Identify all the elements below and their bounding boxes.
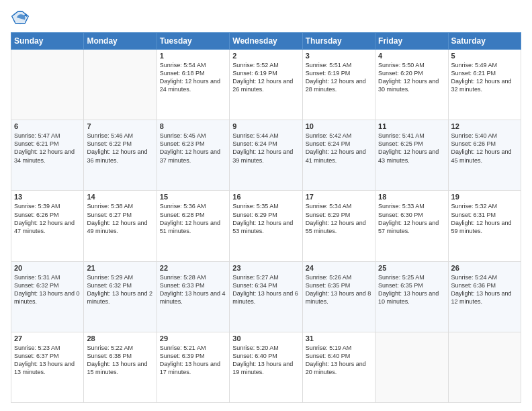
table-row: 2Sunrise: 5:52 AM Sunset: 6:19 PM Daylig… xyxy=(230,50,302,120)
day-number: 25 xyxy=(378,264,445,272)
day-info: Sunrise: 5:49 AM Sunset: 6:21 PM Dayligh… xyxy=(451,61,518,94)
table-row: 20Sunrise: 5:31 AM Sunset: 6:32 PM Dayli… xyxy=(11,261,84,332)
day-number: 19 xyxy=(451,193,518,201)
day-number: 10 xyxy=(306,122,372,130)
calendar-table: Sunday Monday Tuesday Wednesday Thursday… xyxy=(11,32,521,403)
table-row: 14Sunrise: 5:38 AM Sunset: 6:27 PM Dayli… xyxy=(84,191,157,261)
day-number: 5 xyxy=(451,52,518,60)
table-row: 5Sunrise: 5:49 AM Sunset: 6:21 PM Daylig… xyxy=(448,50,521,120)
day-number: 12 xyxy=(451,122,518,130)
table-row: 30Sunrise: 5:20 AM Sunset: 6:40 PM Dayli… xyxy=(230,332,302,402)
day-info: Sunrise: 5:47 AM Sunset: 6:21 PM Dayligh… xyxy=(14,132,81,165)
day-number: 20 xyxy=(14,264,81,272)
day-info: Sunrise: 5:33 AM Sunset: 6:30 PM Dayligh… xyxy=(378,202,445,235)
day-info: Sunrise: 5:21 AM Sunset: 6:39 PM Dayligh… xyxy=(160,344,226,377)
day-number: 13 xyxy=(14,193,81,201)
day-info: Sunrise: 5:50 AM Sunset: 6:20 PM Dayligh… xyxy=(378,61,445,94)
col-saturday: Saturday xyxy=(448,33,521,50)
day-info: Sunrise: 5:54 AM Sunset: 6:18 PM Dayligh… xyxy=(160,61,226,94)
calendar-week-row: 1Sunrise: 5:54 AM Sunset: 6:18 PM Daylig… xyxy=(11,50,521,120)
table-row: 3Sunrise: 5:51 AM Sunset: 6:19 PM Daylig… xyxy=(302,50,375,120)
day-info: Sunrise: 5:40 AM Sunset: 6:26 PM Dayligh… xyxy=(451,132,518,165)
header xyxy=(11,8,521,27)
day-number: 4 xyxy=(378,52,445,60)
col-tuesday: Tuesday xyxy=(157,33,229,50)
table-row: 15Sunrise: 5:36 AM Sunset: 6:28 PM Dayli… xyxy=(157,191,229,261)
day-info: Sunrise: 5:32 AM Sunset: 6:31 PM Dayligh… xyxy=(451,202,518,235)
day-number: 9 xyxy=(232,122,299,130)
day-info: Sunrise: 5:26 AM Sunset: 6:35 PM Dayligh… xyxy=(306,273,372,306)
day-info: Sunrise: 5:51 AM Sunset: 6:19 PM Dayligh… xyxy=(306,61,372,94)
day-number: 14 xyxy=(87,193,153,201)
table-row xyxy=(11,50,84,120)
table-row: 22Sunrise: 5:28 AM Sunset: 6:33 PM Dayli… xyxy=(157,261,229,332)
day-number: 30 xyxy=(232,334,299,342)
day-info: Sunrise: 5:22 AM Sunset: 6:38 PM Dayligh… xyxy=(87,344,153,377)
table-row xyxy=(375,332,448,402)
day-info: Sunrise: 5:20 AM Sunset: 6:40 PM Dayligh… xyxy=(232,344,299,377)
day-number: 16 xyxy=(232,193,299,201)
day-number: 28 xyxy=(87,334,153,342)
day-info: Sunrise: 5:41 AM Sunset: 6:25 PM Dayligh… xyxy=(378,132,445,165)
day-number: 29 xyxy=(160,334,226,342)
table-row: 4Sunrise: 5:50 AM Sunset: 6:20 PM Daylig… xyxy=(375,50,448,120)
table-row: 6Sunrise: 5:47 AM Sunset: 6:21 PM Daylig… xyxy=(11,120,84,191)
table-row: 31Sunrise: 5:19 AM Sunset: 6:40 PM Dayli… xyxy=(302,332,375,402)
day-info: Sunrise: 5:42 AM Sunset: 6:24 PM Dayligh… xyxy=(306,132,372,165)
day-info: Sunrise: 5:19 AM Sunset: 6:40 PM Dayligh… xyxy=(306,344,372,377)
day-number: 27 xyxy=(14,334,81,342)
day-info: Sunrise: 5:36 AM Sunset: 6:28 PM Dayligh… xyxy=(160,202,226,235)
day-number: 15 xyxy=(160,193,226,201)
col-sunday: Sunday xyxy=(11,33,84,50)
day-number: 26 xyxy=(451,264,518,272)
col-monday: Monday xyxy=(84,33,157,50)
day-number: 21 xyxy=(87,264,153,272)
day-info: Sunrise: 5:39 AM Sunset: 6:26 PM Dayligh… xyxy=(14,202,81,235)
col-thursday: Thursday xyxy=(302,33,375,50)
day-info: Sunrise: 5:23 AM Sunset: 6:37 PM Dayligh… xyxy=(14,344,81,377)
table-row: 10Sunrise: 5:42 AM Sunset: 6:24 PM Dayli… xyxy=(302,120,375,191)
table-row: 17Sunrise: 5:34 AM Sunset: 6:29 PM Dayli… xyxy=(302,191,375,261)
day-number: 31 xyxy=(306,334,372,342)
day-number: 2 xyxy=(232,52,299,60)
day-info: Sunrise: 5:27 AM Sunset: 6:34 PM Dayligh… xyxy=(232,273,299,306)
table-row: 27Sunrise: 5:23 AM Sunset: 6:37 PM Dayli… xyxy=(11,332,84,402)
table-row: 11Sunrise: 5:41 AM Sunset: 6:25 PM Dayli… xyxy=(375,120,448,191)
day-info: Sunrise: 5:52 AM Sunset: 6:19 PM Dayligh… xyxy=(232,61,299,94)
day-info: Sunrise: 5:25 AM Sunset: 6:35 PM Dayligh… xyxy=(378,273,445,306)
day-info: Sunrise: 5:35 AM Sunset: 6:29 PM Dayligh… xyxy=(232,202,299,235)
table-row: 18Sunrise: 5:33 AM Sunset: 6:30 PM Dayli… xyxy=(375,191,448,261)
day-info: Sunrise: 5:29 AM Sunset: 6:32 PM Dayligh… xyxy=(87,273,153,306)
table-row xyxy=(448,332,521,402)
col-friday: Friday xyxy=(375,33,448,50)
day-number: 7 xyxy=(87,122,153,130)
day-number: 1 xyxy=(160,52,226,60)
table-row: 19Sunrise: 5:32 AM Sunset: 6:31 PM Dayli… xyxy=(448,191,521,261)
day-info: Sunrise: 5:24 AM Sunset: 6:36 PM Dayligh… xyxy=(451,273,518,306)
day-info: Sunrise: 5:38 AM Sunset: 6:27 PM Dayligh… xyxy=(87,202,153,235)
day-info: Sunrise: 5:44 AM Sunset: 6:24 PM Dayligh… xyxy=(232,132,299,165)
col-wednesday: Wednesday xyxy=(230,33,302,50)
calendar-week-row: 13Sunrise: 5:39 AM Sunset: 6:26 PM Dayli… xyxy=(11,191,521,261)
calendar-week-row: 27Sunrise: 5:23 AM Sunset: 6:37 PM Dayli… xyxy=(11,332,521,402)
day-number: 6 xyxy=(14,122,81,130)
table-row: 16Sunrise: 5:35 AM Sunset: 6:29 PM Dayli… xyxy=(230,191,302,261)
day-number: 22 xyxy=(160,264,226,272)
table-row: 24Sunrise: 5:26 AM Sunset: 6:35 PM Dayli… xyxy=(302,261,375,332)
table-row: 13Sunrise: 5:39 AM Sunset: 6:26 PM Dayli… xyxy=(11,191,84,261)
day-number: 23 xyxy=(232,264,299,272)
logo xyxy=(11,8,32,27)
calendar-header-row: Sunday Monday Tuesday Wednesday Thursday… xyxy=(11,33,521,50)
day-number: 17 xyxy=(306,193,372,201)
page: Sunday Monday Tuesday Wednesday Thursday… xyxy=(0,0,532,411)
day-info: Sunrise: 5:28 AM Sunset: 6:33 PM Dayligh… xyxy=(160,273,226,306)
table-row: 7Sunrise: 5:46 AM Sunset: 6:22 PM Daylig… xyxy=(84,120,157,191)
table-row: 23Sunrise: 5:27 AM Sunset: 6:34 PM Dayli… xyxy=(230,261,302,332)
day-info: Sunrise: 5:45 AM Sunset: 6:23 PM Dayligh… xyxy=(160,132,226,165)
day-info: Sunrise: 5:34 AM Sunset: 6:29 PM Dayligh… xyxy=(306,202,372,235)
day-info: Sunrise: 5:31 AM Sunset: 6:32 PM Dayligh… xyxy=(14,273,81,306)
table-row xyxy=(84,50,157,120)
table-row: 25Sunrise: 5:25 AM Sunset: 6:35 PM Dayli… xyxy=(375,261,448,332)
day-number: 18 xyxy=(378,193,445,201)
calendar-week-row: 6Sunrise: 5:47 AM Sunset: 6:21 PM Daylig… xyxy=(11,120,521,191)
